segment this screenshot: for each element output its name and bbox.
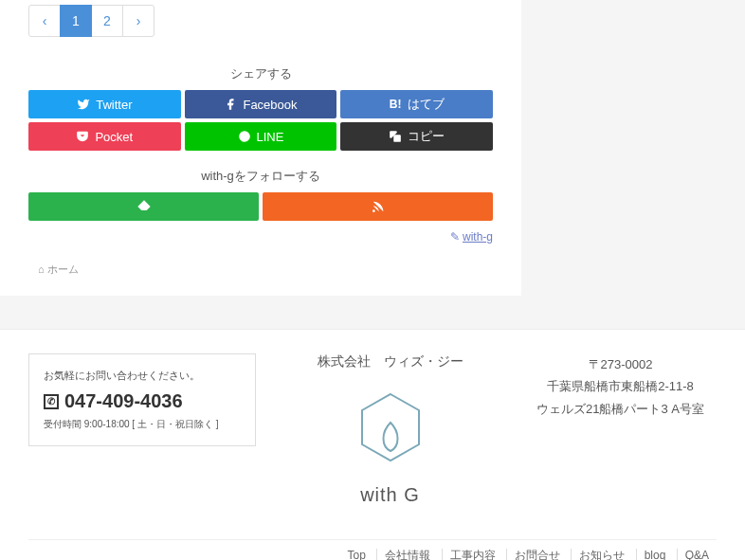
contact-hours: 受付時間 9:00-18:00 [ 土・日・祝日除く ] <box>44 418 241 431</box>
share-copy-label: コピー <box>408 128 445 145</box>
address-postal: 〒273-0002 <box>524 353 717 375</box>
share-line[interactable]: LINE <box>185 122 337 151</box>
nav-news[interactable]: お知らせ <box>571 549 632 560</box>
hatena-icon: B! <box>390 98 402 111</box>
pocket-icon <box>76 130 89 143</box>
logo-text: with G <box>294 484 486 506</box>
nav-contact[interactable]: お問合せ <box>506 549 568 560</box>
contact-phone[interactable]: ✆ 047-409-4036 <box>44 390 241 412</box>
share-heading: シェアする <box>28 65 493 82</box>
pagination-page-2[interactable]: 2 <box>91 5 123 37</box>
line-icon <box>238 130 251 143</box>
svg-point-2 <box>372 209 375 212</box>
address-line1: 千葉県船橋市東船橋2-11-8 <box>524 375 717 397</box>
logo: with G <box>294 389 486 506</box>
breadcrumb: ⌂ ホーム <box>28 262 493 277</box>
address-line2: ウェルズ21船橋パート3 A号室 <box>524 398 717 420</box>
nav-work[interactable]: 工事内容 <box>442 549 503 560</box>
pagination: ‹ 1 2 › <box>28 5 493 37</box>
pagination-next[interactable]: › <box>122 5 154 37</box>
svg-point-0 <box>239 131 250 142</box>
facebook-icon <box>224 98 237 111</box>
contact-phone-number: 047-409-4036 <box>64 390 183 412</box>
profile-link-area: ✎ with-g <box>28 230 493 244</box>
share-facebook-label: Facebook <box>243 98 297 112</box>
twitter-icon <box>77 98 90 111</box>
nav-top[interactable]: Top <box>340 549 373 560</box>
share-pocket-label: Pocket <box>95 130 133 144</box>
pagination-page-1[interactable]: 1 <box>60 5 92 37</box>
breadcrumb-home[interactable]: ホーム <box>47 263 79 275</box>
pencil-icon: ✎ <box>450 230 460 244</box>
footer-nav: Top 会社情報 工事内容 お問合せ お知らせ blog Q&A <box>28 539 717 560</box>
rss-icon <box>371 199 386 214</box>
follow-feedly[interactable] <box>28 192 259 221</box>
share-hatena[interactable]: B! はてブ <box>340 90 493 118</box>
svg-rect-1 <box>393 135 401 142</box>
profile-link[interactable]: with-g <box>463 230 493 244</box>
company-name: 株式会社 ウィズ・ジー <box>294 353 486 370</box>
contact-box: お気軽にお問い合わせください。 ✆ 047-409-4036 受付時間 9:00… <box>28 353 256 446</box>
share-twitter[interactable]: Twitter <box>28 90 181 118</box>
follow-heading: with-gをフォローする <box>28 168 493 185</box>
nav-blog[interactable]: blog <box>636 549 674 560</box>
phone-icon: ✆ <box>44 394 59 409</box>
logo-icon <box>353 389 428 475</box>
nav-qa[interactable]: Q&A <box>677 549 717 560</box>
share-pocket[interactable]: Pocket <box>28 122 181 151</box>
share-hatena-label: はてブ <box>408 96 445 113</box>
home-icon: ⌂ <box>38 263 45 275</box>
share-facebook[interactable]: Facebook <box>185 90 337 118</box>
share-line-label: LINE <box>257 130 284 144</box>
pagination-prev[interactable]: ‹ <box>28 5 61 37</box>
share-copy[interactable]: コピー <box>340 122 493 151</box>
copy-icon <box>389 130 402 143</box>
contact-lead: お気軽にお問い合わせください。 <box>44 369 241 383</box>
follow-rss[interactable] <box>263 192 493 221</box>
feedly-icon <box>136 199 152 214</box>
nav-company[interactable]: 会社情報 <box>376 549 438 560</box>
share-twitter-label: Twitter <box>96 98 132 112</box>
